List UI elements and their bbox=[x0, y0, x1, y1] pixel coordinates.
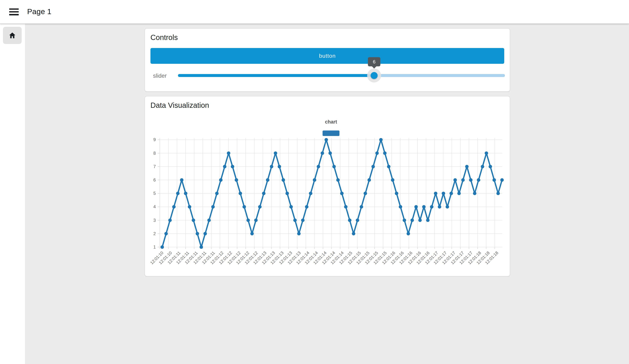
y-tick-label: 3 bbox=[154, 218, 156, 223]
data-point[interactable] bbox=[176, 192, 180, 195]
data-point[interactable] bbox=[469, 178, 472, 182]
data-point[interactable] bbox=[262, 192, 266, 195]
data-point[interactable] bbox=[231, 165, 234, 168]
data-point[interactable] bbox=[243, 205, 246, 209]
data-point[interactable] bbox=[293, 218, 297, 222]
data-point[interactable] bbox=[219, 178, 223, 182]
menu-icon[interactable] bbox=[9, 8, 19, 15]
data-point[interactable] bbox=[328, 151, 332, 155]
slider-thumb[interactable] bbox=[371, 72, 378, 79]
data-point[interactable] bbox=[235, 178, 238, 182]
data-point[interactable] bbox=[410, 218, 414, 222]
data-point[interactable] bbox=[278, 165, 281, 168]
data-point[interactable] bbox=[426, 218, 430, 222]
data-point[interactable] bbox=[453, 178, 457, 182]
data-point[interactable] bbox=[320, 151, 324, 155]
data-point[interactable] bbox=[367, 178, 371, 182]
data-point[interactable] bbox=[289, 205, 293, 209]
data-point[interactable] bbox=[481, 165, 484, 168]
data-point[interactable] bbox=[418, 218, 422, 222]
data-point[interactable] bbox=[438, 205, 441, 209]
data-point[interactable] bbox=[266, 178, 269, 182]
controls-card-title: Controls bbox=[151, 33, 178, 42]
data-point[interactable] bbox=[383, 151, 387, 155]
data-point[interactable] bbox=[434, 192, 438, 195]
data-point[interactable] bbox=[364, 192, 367, 195]
data-point[interactable] bbox=[461, 178, 465, 182]
data-point[interactable] bbox=[414, 205, 418, 209]
slider-rail[interactable] bbox=[178, 74, 505, 77]
data-point[interactable] bbox=[484, 151, 488, 155]
data-point[interactable] bbox=[500, 178, 504, 182]
data-point[interactable] bbox=[489, 165, 492, 168]
data-point[interactable] bbox=[457, 192, 461, 195]
data-point[interactable] bbox=[360, 205, 363, 209]
data-point[interactable] bbox=[356, 218, 359, 222]
data-point[interactable] bbox=[274, 151, 277, 155]
data-point[interactable] bbox=[160, 245, 164, 249]
data-point[interactable] bbox=[211, 205, 215, 209]
data-point[interactable] bbox=[344, 205, 347, 209]
data-point[interactable] bbox=[473, 192, 476, 195]
data-point[interactable] bbox=[192, 218, 195, 222]
data-point[interactable] bbox=[371, 165, 375, 168]
data-point[interactable] bbox=[282, 178, 285, 182]
data-point[interactable] bbox=[286, 192, 289, 195]
data-point[interactable] bbox=[254, 218, 258, 222]
data-point[interactable] bbox=[164, 232, 168, 235]
data-point[interactable] bbox=[270, 165, 273, 168]
data-point[interactable] bbox=[305, 205, 309, 209]
data-point[interactable] bbox=[492, 178, 496, 182]
data-point[interactable] bbox=[395, 192, 398, 195]
data-point[interactable] bbox=[422, 205, 426, 209]
line-chart[interactable]: chart12:01:1012:01:1012:01:1112:01:1112:… bbox=[145, 96, 510, 276]
data-point[interactable] bbox=[168, 218, 172, 222]
data-point[interactable] bbox=[309, 192, 313, 195]
data-point[interactable] bbox=[297, 232, 301, 235]
data-point[interactable] bbox=[450, 192, 453, 195]
data-point[interactable] bbox=[207, 218, 211, 222]
data-point[interactable] bbox=[442, 192, 445, 195]
data-point[interactable] bbox=[387, 165, 390, 168]
sidebar-item-home[interactable] bbox=[3, 27, 22, 44]
data-point[interactable] bbox=[399, 205, 402, 209]
slider-filled-track bbox=[178, 74, 374, 77]
main-content: Controls button slider 6 Data Visualizat… bbox=[25, 23, 629, 364]
data-point[interactable] bbox=[324, 138, 328, 142]
data-point[interactable] bbox=[317, 165, 320, 168]
data-point[interactable] bbox=[223, 165, 226, 168]
data-point[interactable] bbox=[465, 165, 469, 168]
data-point[interactable] bbox=[227, 151, 230, 155]
data-point[interactable] bbox=[391, 178, 395, 182]
data-point[interactable] bbox=[196, 232, 199, 235]
action-button[interactable]: button bbox=[151, 48, 504, 64]
data-point[interactable] bbox=[446, 205, 449, 209]
data-point[interactable] bbox=[180, 178, 183, 182]
data-point[interactable] bbox=[313, 178, 316, 182]
data-point[interactable] bbox=[407, 232, 410, 235]
data-point[interactable] bbox=[258, 205, 262, 209]
data-point[interactable] bbox=[375, 151, 379, 155]
data-point[interactable] bbox=[496, 192, 500, 195]
data-point[interactable] bbox=[184, 192, 187, 195]
data-point[interactable] bbox=[403, 218, 406, 222]
data-point[interactable] bbox=[430, 205, 433, 209]
data-point[interactable] bbox=[203, 232, 207, 235]
data-point[interactable] bbox=[250, 232, 254, 235]
data-point[interactable] bbox=[336, 178, 340, 182]
data-point[interactable] bbox=[199, 245, 203, 249]
data-point[interactable] bbox=[332, 165, 336, 168]
data-point[interactable] bbox=[239, 192, 242, 195]
data-point[interactable] bbox=[348, 218, 351, 222]
data-point[interactable] bbox=[215, 192, 219, 195]
data-point[interactable] bbox=[340, 192, 344, 195]
page-title: Page 1 bbox=[27, 7, 51, 16]
data-point[interactable] bbox=[172, 205, 176, 209]
data-point[interactable] bbox=[301, 218, 305, 222]
data-point[interactable] bbox=[477, 178, 480, 182]
data-point[interactable] bbox=[188, 205, 191, 209]
legend-swatch[interactable] bbox=[322, 130, 339, 136]
data-point[interactable] bbox=[379, 138, 383, 142]
data-point[interactable] bbox=[246, 218, 250, 222]
data-point[interactable] bbox=[352, 232, 355, 235]
